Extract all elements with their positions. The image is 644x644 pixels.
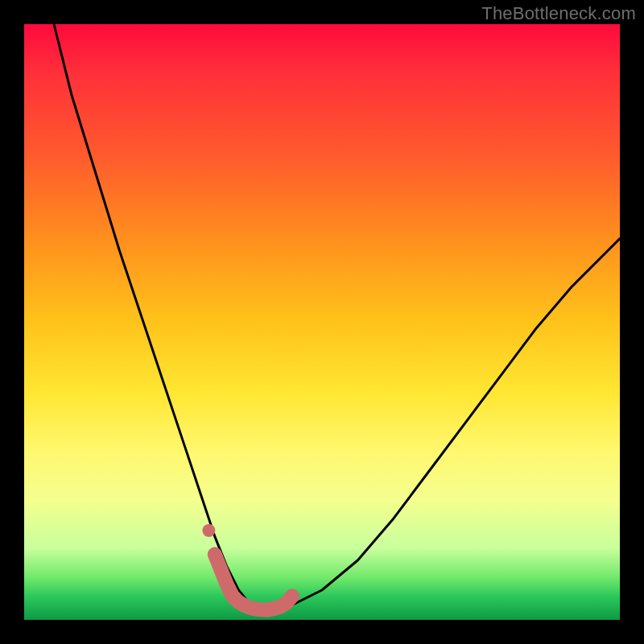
plot-area [24, 24, 620, 620]
curve-svg [24, 24, 620, 620]
watermark-text: TheBottleneck.com [481, 3, 636, 24]
svg-point-0 [202, 524, 215, 537]
bottleneck-curve [54, 24, 620, 611]
chart-frame: TheBottleneck.com [0, 0, 644, 644]
